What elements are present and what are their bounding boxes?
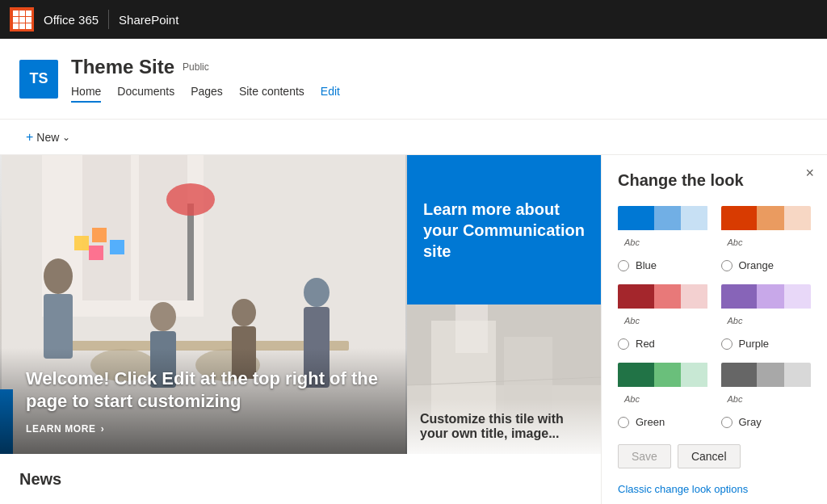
blue-swatch[interactable]: Abc (618, 206, 708, 254)
gray-radio[interactable] (721, 417, 733, 428)
nav-pages[interactable]: Pages (191, 85, 223, 103)
sharepoint-label[interactable]: SharePoint (119, 13, 178, 27)
gray-label: Gray (739, 416, 762, 428)
orange-swatch[interactable]: Abc (721, 206, 812, 254)
green-swatch-abc: Abc (618, 387, 708, 411)
nav-divider (108, 10, 109, 29)
nav-home[interactable]: Home (71, 85, 101, 103)
nav-edit[interactable]: Edit (321, 85, 340, 103)
green-swatch[interactable]: Abc (618, 363, 708, 411)
blue-info-tile[interactable]: Learn more about your Communication site (407, 155, 601, 304)
purple-label-row: Purple (721, 338, 812, 350)
arrow-right-icon: › (101, 423, 105, 435)
hero-main-tile[interactable]: Welcome! Click Edit at the top right of … (0, 155, 407, 454)
cancel-button[interactable]: Cancel (678, 444, 741, 468)
waffle-menu[interactable] (10, 7, 34, 32)
site-info: Theme Site Public Home Documents Pages S… (71, 56, 808, 103)
waffle-grid-icon (13, 10, 31, 29)
command-bar: + New ⌄ (0, 120, 827, 155)
green-label-row: Green (618, 416, 708, 428)
office365-label[interactable]: Office 365 (44, 13, 99, 27)
svg-point-13 (304, 278, 330, 307)
site-public-badge: Public (183, 61, 209, 73)
new-button[interactable]: + New ⌄ (19, 125, 77, 149)
orange-swatch-abc: Abc (721, 230, 812, 254)
save-button[interactable]: Save (618, 444, 671, 468)
svg-rect-15 (187, 204, 194, 300)
gray-label-row: Gray (721, 416, 812, 428)
red-label: Red (636, 338, 655, 350)
svg-point-7 (44, 258, 73, 294)
customize-tile-text: Customize this tile with your own title,… (420, 412, 588, 441)
red-radio[interactable] (618, 338, 629, 350)
panel-buttons: Save Cancel (618, 444, 811, 468)
customize-tile[interactable]: Customize this tile with your own title,… (407, 304, 601, 454)
customize-overlay: Customize this tile with your own title,… (407, 399, 601, 454)
red-swatch-abc: Abc (618, 309, 708, 333)
site-header: TS Theme Site Public Home Documents Page… (0, 39, 827, 120)
purple-label: Purple (739, 338, 770, 350)
top-nav-bar: Office 365 SharePoint (0, 0, 827, 39)
site-logo: TS (19, 60, 58, 99)
hero-overlay: Welcome! Click Edit at the top right of … (0, 348, 407, 454)
theme-option-gray: Abc Gray (721, 363, 812, 428)
gray-swatch-abc: Abc (721, 387, 812, 411)
orange-radio[interactable] (721, 260, 733, 271)
svg-rect-19 (110, 240, 124, 254)
learn-more-link[interactable]: LEARN MORE › (26, 423, 388, 435)
purple-radio[interactable] (721, 338, 733, 350)
chevron-down-icon: ⌄ (62, 132, 70, 143)
panel-title: Change the look (618, 171, 811, 190)
purple-swatch-abc: Abc (721, 309, 812, 333)
svg-rect-20 (89, 246, 103, 260)
blue-label-row: Blue (618, 259, 708, 271)
main-content: Welcome! Click Edit at the top right of … (0, 155, 827, 504)
nav-documents[interactable]: Documents (117, 85, 174, 103)
theme-option-red: Abc Red (618, 284, 708, 350)
theme-option-green: Abc Green (618, 363, 708, 428)
theme-option-blue: Abc Blue (618, 206, 708, 271)
blue-label: Blue (636, 259, 657, 271)
classic-link[interactable]: Classic change look options (618, 483, 748, 495)
panel-close-button[interactable]: × (805, 165, 814, 182)
hero-main-title: Welcome! Click Edit at the top right of … (26, 368, 388, 414)
learn-more-label: LEARN MORE (26, 423, 96, 435)
gray-swatch[interactable]: Abc (721, 363, 812, 411)
site-name-row: Theme Site Public (71, 56, 808, 78)
blue-tile-text: Learn more about your Communication site (423, 199, 585, 262)
nav-site-contents[interactable]: Site contents (239, 85, 304, 103)
purple-swatch[interactable]: Abc (721, 284, 812, 333)
theme-option-orange: Abc Orange (721, 206, 812, 271)
hero-section: Welcome! Click Edit at the top right of … (0, 155, 601, 454)
hero-right-column: Learn more about your Communication site… (407, 155, 601, 454)
svg-rect-18 (92, 228, 107, 242)
svg-point-11 (232, 299, 256, 326)
page-content: Welcome! Click Edit at the top right of … (0, 155, 601, 504)
change-look-panel: × Change the look Abc (601, 155, 827, 504)
svg-rect-25 (455, 304, 488, 353)
plus-icon: + (26, 130, 33, 145)
blue-swatch-abc: Abc (618, 230, 708, 254)
green-label: Green (636, 416, 665, 428)
svg-rect-3 (139, 155, 187, 300)
site-navigation: Home Documents Pages Site contents Edit (71, 85, 808, 103)
theme-grid: Abc Blue Abc (618, 206, 811, 428)
blue-radio[interactable] (618, 260, 629, 271)
orange-label: Orange (739, 259, 774, 271)
site-name: Theme Site (71, 56, 174, 78)
green-radio[interactable] (618, 417, 629, 428)
theme-option-purple: Abc Purple (721, 284, 812, 350)
red-label-row: Red (618, 338, 708, 350)
svg-rect-17 (74, 236, 89, 250)
news-section: News (0, 454, 601, 504)
news-title: News (19, 470, 581, 489)
svg-point-16 (166, 183, 215, 216)
red-swatch[interactable]: Abc (618, 284, 708, 333)
svg-point-9 (150, 302, 176, 331)
orange-label-row: Orange (721, 259, 812, 271)
new-button-label: New (36, 131, 59, 144)
